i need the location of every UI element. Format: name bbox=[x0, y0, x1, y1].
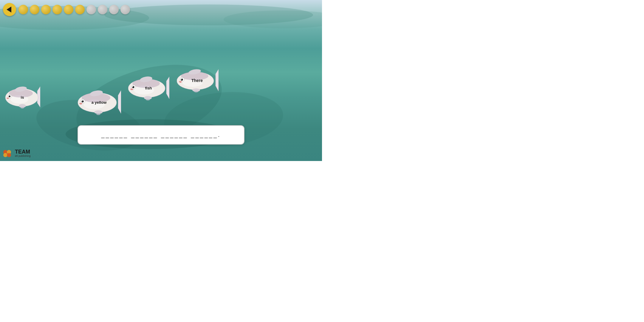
svg-point-27 bbox=[82, 100, 82, 101]
svg-point-30 bbox=[96, 113, 100, 115]
fish-a-yellow[interactable]: a yellow bbox=[77, 89, 121, 115]
svg-point-54 bbox=[194, 91, 198, 92]
fish-fish-svg: fish bbox=[128, 75, 169, 100]
logo: TEAM elt publishing bbox=[2, 148, 31, 159]
logo-elt-label: elt publishing bbox=[15, 154, 31, 158]
svg-point-39 bbox=[132, 86, 133, 87]
dot-5 bbox=[64, 5, 73, 14]
fish-fish[interactable]: fish bbox=[128, 75, 169, 100]
svg-point-16 bbox=[7, 97, 9, 99]
fish-is[interactable]: is bbox=[4, 85, 40, 109]
logo-text: TEAM elt publishing bbox=[15, 149, 31, 158]
svg-point-18 bbox=[21, 107, 24, 109]
svg-point-15 bbox=[9, 96, 10, 96]
fish-is-svg: is bbox=[4, 85, 40, 109]
svg-marker-19 bbox=[118, 90, 121, 114]
svg-point-38 bbox=[132, 86, 134, 88]
logo-icon bbox=[2, 148, 13, 159]
fish-there-svg: There bbox=[177, 68, 219, 92]
svg-point-51 bbox=[181, 79, 182, 79]
dot-6 bbox=[75, 5, 85, 14]
svg-point-50 bbox=[181, 79, 183, 81]
svg-point-52 bbox=[179, 81, 182, 83]
answer-box: ______ ______ ______ ______. bbox=[78, 125, 244, 145]
answer-blanks: ______ ______ ______ ______. bbox=[101, 131, 221, 138]
dot-10 bbox=[120, 5, 130, 14]
svg-text:is: is bbox=[21, 95, 24, 100]
svg-point-40 bbox=[130, 89, 133, 90]
svg-point-57 bbox=[3, 153, 7, 157]
svg-text:a yellow: a yellow bbox=[92, 100, 107, 105]
progress-dots bbox=[18, 5, 130, 14]
svg-point-28 bbox=[79, 103, 82, 104]
dot-2 bbox=[30, 5, 39, 14]
top-bar bbox=[3, 3, 130, 16]
dot-1 bbox=[18, 5, 28, 14]
svg-point-26 bbox=[82, 100, 84, 103]
fish-there[interactable]: There bbox=[177, 68, 219, 92]
svg-point-42 bbox=[146, 99, 150, 100]
dot-9 bbox=[109, 5, 119, 14]
dot-4 bbox=[52, 5, 62, 14]
svg-marker-43 bbox=[216, 69, 219, 91]
svg-text:There: There bbox=[191, 78, 203, 83]
back-button[interactable] bbox=[3, 3, 16, 16]
svg-marker-31 bbox=[166, 77, 169, 99]
svg-text:fish: fish bbox=[145, 86, 152, 90]
dot-7 bbox=[86, 5, 96, 14]
logo-team-label: TEAM bbox=[15, 149, 31, 154]
dot-3 bbox=[41, 5, 51, 14]
back-arrow-icon bbox=[7, 7, 11, 13]
fish-a-yellow-svg: a yellow bbox=[77, 89, 121, 115]
dot-8 bbox=[98, 5, 107, 14]
svg-point-58 bbox=[7, 153, 11, 157]
